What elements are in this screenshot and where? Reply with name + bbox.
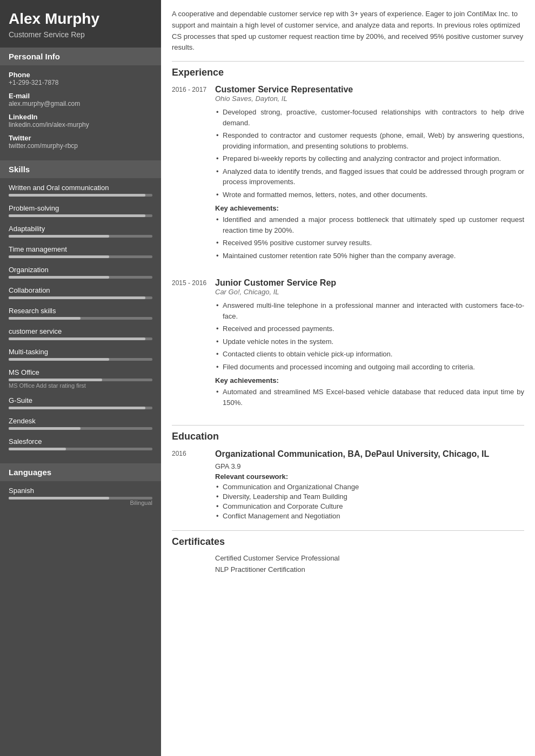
key-achievements-title: Key achievements: (215, 204, 524, 212)
skill-bar-bg (9, 235, 152, 238)
achievement-bullet: Identified and amended a major process b… (215, 214, 524, 235)
skill-item: Written and Oral communication (9, 184, 152, 197)
linkedin-value: linkedin.com/in/alex-murphy (9, 121, 152, 129)
skill-warning: MS Office Add star rating first (9, 382, 152, 389)
skill-item: MS Office MS Office Add star rating firs… (9, 368, 152, 389)
cert-item: Certified Customer Service Professional (215, 554, 524, 562)
phone-value: +1-299-321-7878 (9, 79, 152, 86)
exp-bullet: Answered multi-line telephone in a profe… (215, 300, 524, 321)
skill-name: Organization (9, 266, 152, 274)
edu-bullets: Communication and Organizational ChangeD… (215, 483, 524, 520)
skill-bar-fill (9, 358, 109, 361)
experience-title: Experience (172, 67, 524, 78)
twitter-info: Twitter twitter.com/murphy-rbcp (9, 134, 152, 150)
skill-name: customer service (9, 327, 152, 335)
coursework-item: Diversity, Leadership and Team Building (215, 492, 524, 501)
skill-bar-fill (9, 427, 81, 430)
exp-bullets: Developed strong, proactive, customer-fo… (215, 107, 524, 200)
cert-date-placeholder (172, 554, 215, 577)
skill-name: Written and Oral communication (9, 184, 152, 192)
skills-content: Written and Oral communication Problem-s… (0, 178, 161, 463)
skills-section-title: Skills (0, 160, 161, 178)
coursework-item: Communication and Organizational Change (215, 483, 524, 491)
personal-info-content: Phone +1-299-321-7878 E-mail alex.murphy… (0, 65, 161, 160)
exp-bullet: Analyzed data to identify trends, and fl… (215, 166, 524, 187)
experience-container: 2016 - 2017 Customer Service Representat… (172, 85, 524, 412)
skill-name: Zendesk (9, 417, 152, 425)
exp-company: Car Go!, Chicago, IL (215, 288, 524, 296)
exp-bullet: Developed strong, proactive, customer-fo… (215, 107, 524, 128)
sidebar-header: Alex Murphy Customer Service Rep (0, 0, 161, 48)
edu-coursework-title: Relevant coursework: (215, 473, 524, 481)
email-value: alex.murphy@gmail.com (9, 100, 152, 107)
achievement-bullet: Maintained customer retention rate 50% h… (215, 251, 524, 261)
coursework-item: Conflict Management and Negotiation (215, 512, 524, 520)
linkedin-info: LinkedIn linkedin.com/in/alex-murphy (9, 113, 152, 129)
skill-item: Organization (9, 266, 152, 279)
skill-name: Time management (9, 245, 152, 253)
skill-name: Salesforce (9, 437, 152, 446)
skill-bar-bg (9, 255, 152, 258)
certificates-container: Certified Customer Service ProfessionalN… (172, 554, 524, 577)
candidate-title: Customer Service Rep (9, 30, 152, 39)
coursework-item: Communication and Corporate Culture (215, 502, 524, 510)
skill-bar-bg (9, 407, 152, 409)
skill-bar-bg (9, 214, 152, 217)
exp-company: Ohio Saves, Dayton, IL (215, 94, 524, 103)
skill-bar-bg (9, 338, 152, 340)
skill-bar-fill (9, 255, 109, 258)
phone-info: Phone +1-299-321-7878 (9, 71, 152, 86)
skill-bar-bg (9, 296, 152, 299)
email-label: E-mail (9, 92, 152, 100)
certificates-title: Certificates (172, 536, 524, 548)
skill-item: Problem-solving (9, 204, 152, 217)
lang-name: Spanish (9, 487, 152, 495)
skill-bar-bg (9, 276, 152, 279)
candidate-name: Alex Murphy (9, 10, 152, 28)
exp-date: 2016 - 2017 (172, 85, 215, 265)
skill-name: Adaptability (9, 225, 152, 233)
exp-bullet: Responded to contractor and customer req… (215, 130, 524, 151)
cert-item: NLP Practitioner Certification (215, 565, 524, 573)
skill-name: MS Office (9, 368, 152, 376)
skill-item: Time management (9, 245, 152, 258)
experience-block: 2015 - 2016 Junior Customer Service Rep … (172, 278, 524, 412)
phone-label: Phone (9, 71, 152, 79)
skill-bar-bg (9, 194, 152, 197)
skill-bar-fill (9, 235, 109, 238)
key-achievements-title: Key achievements: (215, 376, 524, 384)
skill-name: Research skills (9, 307, 152, 315)
skill-item: customer service (9, 327, 152, 340)
languages-content: Spanish Bilingual (0, 481, 161, 519)
divider-education (172, 425, 524, 426)
skill-bar-bg (9, 358, 152, 361)
exp-bullet: Received and processed payments. (215, 323, 524, 334)
skill-item: G-Suite (9, 396, 152, 409)
lang-level: Bilingual (9, 500, 152, 506)
exp-bullet: Prepared bi-weekly reports by collecting… (215, 153, 524, 164)
main-content: A cooperative and dependable customer se… (161, 0, 535, 756)
skill-bar-fill (9, 338, 145, 340)
skill-bar-fill (9, 317, 81, 320)
edu-degree: Organizational Communication, BA, DePaul… (215, 449, 524, 460)
education-block: 2016 Organizational Communication, BA, D… (172, 449, 524, 522)
achievement-bullet: Automated and streamlined MS Excel-based… (215, 387, 524, 408)
twitter-value: twitter.com/murphy-rbcp (9, 142, 152, 150)
skill-bar-fill (9, 296, 145, 299)
divider-certificates (172, 530, 524, 531)
twitter-label: Twitter (9, 134, 152, 142)
certificates-block: Certified Customer Service ProfessionalN… (172, 554, 524, 577)
exp-job-title: Junior Customer Service Rep (215, 278, 524, 288)
skill-bar-bg (9, 448, 152, 450)
exp-bullet: Filed documents and processed incoming a… (215, 362, 524, 373)
achievements-bullets: Automated and streamlined MS Excel-based… (215, 387, 524, 408)
skill-bar-bg (9, 317, 152, 320)
skill-name: Multi-tasking (9, 348, 152, 356)
skill-bar-fill (9, 214, 145, 217)
education-container: 2016 Organizational Communication, BA, D… (172, 449, 524, 522)
exp-content: Junior Customer Service Rep Car Go!, Chi… (215, 278, 524, 412)
exp-bullet: Contacted clients to obtain vehicle pick… (215, 349, 524, 360)
divider-experience (172, 61, 524, 62)
language-item: Spanish Bilingual (9, 487, 152, 506)
edu-gpa: GPA 3.9 (215, 462, 524, 470)
